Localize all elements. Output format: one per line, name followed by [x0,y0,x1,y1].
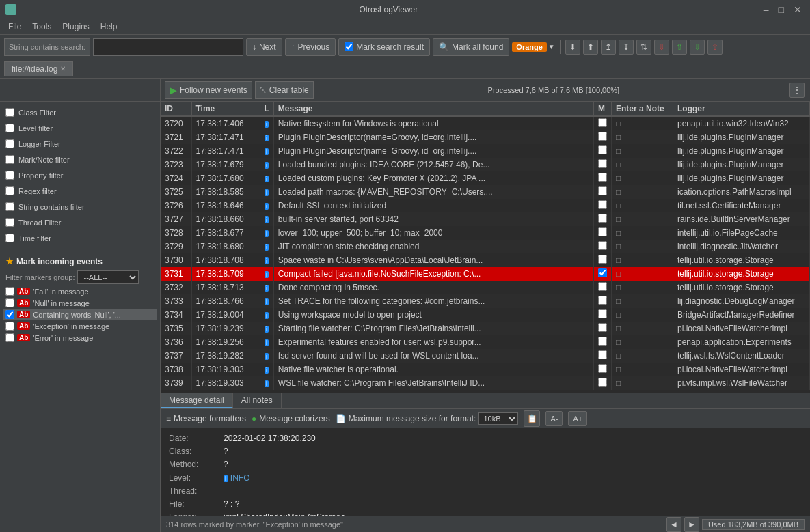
follow-new-events-button[interactable]: ▶ Follow new events [165,81,252,99]
mark-checkbox[interactable] [598,214,607,223]
menu-help[interactable]: Help [95,20,123,33]
col-header-message[interactable]: Message [273,102,593,116]
marker-checkbox[interactable] [5,287,14,296]
mark-checkbox[interactable] [598,159,607,168]
col-header-id[interactable]: ID [161,102,191,116]
property-filter-item[interactable]: Property filter [3,169,157,182]
detail-tab-message[interactable]: Message detail [161,393,233,408]
color-selector[interactable]: Orange ▼ [512,42,554,52]
clear-table-button[interactable]: ␡ Clear table [255,81,314,99]
table-row[interactable]: 3732 17:38:18.713 i Done compacting in 5… [161,281,810,294]
table-row[interactable]: 3729 17:38:18.680 i JIT compilation stat… [161,240,810,253]
mark-checkbox[interactable] [598,378,607,387]
table-row[interactable]: 3736 17:38:19.256 i Experimental feature… [161,335,810,349]
mark-checkbox[interactable] [598,350,607,359]
mark-checkbox[interactable] [598,145,607,154]
table-row[interactable]: 3735 17:38:19.239 i Starting file watche… [161,322,810,335]
marker-checkbox[interactable] [5,333,14,342]
property-filter-checkbox[interactable] [5,171,14,180]
filter-group-select[interactable]: --ALL-- [77,270,139,284]
thread-filter-item[interactable]: Thread Filter [3,216,157,229]
minimize-button[interactable]: – [761,4,772,15]
string-contains-filter-item[interactable]: String contains filter [3,200,157,213]
copy-icon[interactable]: 📋 [524,410,540,427]
upload-icon[interactable]: ⬆ [583,40,598,55]
mark-checkbox[interactable] [598,241,607,250]
mark-checkbox[interactable] [598,200,607,209]
cell-m[interactable] [594,335,612,349]
table-row[interactable]: 3739 17:38:19.303 i WSL file watcher: C:… [161,376,810,390]
sort5-icon[interactable]: ⇧ [672,40,687,55]
table-row[interactable]: 3731 17:38:18.709 i Compact failed |java… [161,267,810,281]
mark-checkbox[interactable] [598,255,607,264]
col-header-l[interactable]: L [260,102,273,116]
mark-checkbox[interactable] [598,296,607,305]
table-row[interactable]: 3722 17:38:17.471 i Plugin PluginDescrip… [161,144,810,158]
cell-m[interactable] [594,253,612,267]
mark-search-result-button[interactable]: Mark search result [338,38,430,56]
marker-checkbox[interactable] [5,310,14,319]
cell-m[interactable] [594,144,612,158]
cell-m[interactable] [594,294,612,308]
col-header-m[interactable]: M [594,102,612,116]
table-row[interactable]: 3726 17:38:18.646 i Default SSL context … [161,199,810,212]
table-row[interactable]: 3738 17:38:19.303 i Native file watcher … [161,363,810,376]
cell-m[interactable] [594,116,612,130]
sort6-icon[interactable]: ⇩ [690,40,705,55]
table-row[interactable]: 3737 17:38:19.282 i fsd server found and… [161,349,810,363]
table-row[interactable]: 3733 17:38:18.766 i Set TRACE for the fo… [161,294,810,308]
table-row[interactable]: 3725 17:38:18.585 i Loaded path macros: … [161,185,810,199]
cell-m[interactable] [594,212,612,226]
mark-checkbox[interactable] [598,186,607,195]
mark-checkbox[interactable] [598,282,607,291]
cell-m[interactable] [594,171,612,185]
cell-m[interactable] [594,226,612,240]
log-table-container[interactable]: ID Time L Message M Enter a Note Logger … [161,102,810,393]
cell-m[interactable] [594,267,612,281]
cell-m[interactable] [594,376,612,390]
cell-m[interactable] [594,130,612,144]
level-filter-item[interactable]: Level filter [3,122,157,135]
mark-filter-item[interactable]: Ab 'Null' in message [3,297,157,309]
regex-filter-checkbox[interactable] [5,186,14,195]
detail-tab-notes[interactable]: All notes [233,393,282,408]
mark-checkbox[interactable] [598,337,607,346]
mark-filter-item[interactable]: Ab 'Fail' in message [3,285,157,297]
next-button[interactable]: ↓ Next [246,38,282,56]
class-filter-checkbox[interactable] [5,108,14,117]
cell-m[interactable] [594,185,612,199]
cell-m[interactable] [594,281,612,294]
restore-button[interactable]: □ [776,4,787,15]
mark-checkbox[interactable] [598,118,607,127]
cell-m[interactable] [594,349,612,363]
menu-tools[interactable]: Tools [27,20,57,33]
table-row[interactable]: 3727 17:38:18.660 i built-in server star… [161,212,810,226]
cell-m[interactable] [594,363,612,376]
sort3-icon[interactable]: ⇅ [636,40,651,55]
table-row[interactable]: 3734 17:38:19.004 i Using workspace mode… [161,308,810,322]
mark-checkbox[interactable] [598,173,607,182]
sort-desc-icon[interactable]: ↧ [619,40,634,55]
table-row[interactable]: 3720 17:38:17.406 i Native filesystem fo… [161,116,810,130]
table-row[interactable]: 3728 17:38:18.677 i lower=100; upper=500… [161,226,810,240]
col-header-logger[interactable]: Logger [673,102,810,116]
menu-plugins[interactable]: Plugins [57,20,94,33]
col-header-note[interactable]: Enter a Note [612,102,673,116]
regex-filter-item[interactable]: Regex filter [3,184,157,197]
marker-checkbox[interactable] [5,298,14,307]
table-row[interactable]: 3730 17:38:18.708 i Space waste in C:\Us… [161,253,810,267]
download-icon[interactable]: ⬇ [565,40,580,55]
message-formatters-item[interactable]: ≡ Message formatters [166,414,246,423]
logger-filter-checkbox[interactable] [5,139,14,148]
mark-checkbox[interactable] [598,227,607,236]
class-filter-item[interactable]: Class Filter [3,106,157,119]
export-icon[interactable]: ⋮ [789,83,805,98]
close-button[interactable]: ✕ [791,4,805,15]
sort7-icon[interactable]: ⇧ [707,40,723,55]
level-filter-checkbox[interactable] [5,124,14,132]
sort4-icon[interactable]: ⇩ [654,40,669,55]
mark-filter-item[interactable]: Ab 'Error' in message [3,332,157,344]
table-row[interactable]: 3723 17:38:17.679 i Loaded bundled plugi… [161,158,810,171]
mark-checkbox[interactable] [598,323,607,332]
cell-m[interactable] [594,322,612,335]
